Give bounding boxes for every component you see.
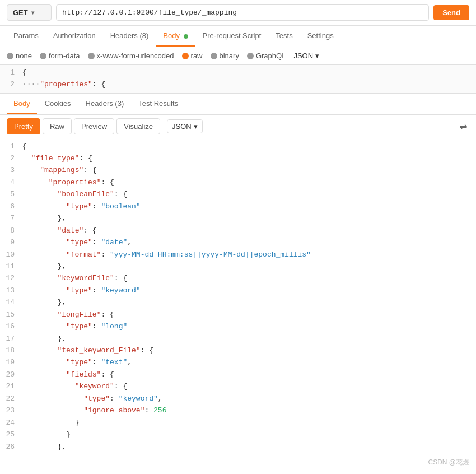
json-content: "properties": { bbox=[20, 176, 476, 188]
option-binary-label: binary bbox=[220, 52, 239, 60]
json-content: "ignore_above": 256 bbox=[20, 405, 476, 416]
resp-tab-body[interactable]: Body bbox=[7, 94, 37, 114]
json-content: "format": "yyy-MM-dd HH:mm:ss||yyyy-MM-d… bbox=[20, 249, 476, 261]
option-form-data[interactable]: form-data bbox=[40, 52, 80, 60]
json-linenum: 8 bbox=[0, 225, 20, 236]
json-linenum: 12 bbox=[0, 272, 20, 284]
json-content: "longFile": { bbox=[20, 309, 476, 320]
json-line: 21 "keyword": { bbox=[0, 380, 476, 392]
json-content: "keyword": { bbox=[20, 380, 476, 392]
json-linenum: 5 bbox=[0, 188, 20, 200]
json-content: }, bbox=[20, 261, 476, 272]
resp-tab-test-results[interactable]: Test Results bbox=[132, 94, 185, 114]
method-select[interactable]: GET ▾ bbox=[7, 4, 52, 21]
send-button[interactable]: Send bbox=[433, 5, 469, 20]
option-urlencoded[interactable]: x-www-form-urlencoded bbox=[88, 52, 174, 60]
json-content: "type": "date", bbox=[20, 236, 476, 248]
resp-tab-cookies[interactable]: Cookies bbox=[38, 94, 78, 114]
view-tab-visualize[interactable]: Visualize bbox=[116, 118, 160, 134]
json-line: 17 }, bbox=[0, 333, 476, 345]
json-content: }, bbox=[20, 296, 476, 308]
json-linenum: 16 bbox=[0, 320, 20, 332]
url-input[interactable] bbox=[56, 4, 429, 21]
radio-none bbox=[7, 53, 13, 59]
json-content: "booleanFile": { bbox=[20, 188, 476, 200]
option-raw[interactable]: raw bbox=[182, 52, 203, 60]
json-format-selector[interactable]: JSON ▾ bbox=[293, 52, 319, 60]
json-content: "type": "keyword" bbox=[20, 285, 476, 296]
json-content: } bbox=[20, 429, 476, 440]
json-line: 15 "longFile": { bbox=[0, 309, 476, 320]
tab-body[interactable]: Body bbox=[156, 26, 194, 47]
resp-format-chevron: ▾ bbox=[194, 122, 198, 131]
json-line: 13 "type": "keyword" bbox=[0, 285, 476, 296]
radio-urlencoded bbox=[88, 53, 95, 59]
json-line: 25 } bbox=[0, 429, 476, 440]
json-line: 8 "date": { bbox=[0, 225, 476, 236]
json-line: 1{ bbox=[0, 141, 476, 152]
json-linenum: 10 bbox=[0, 249, 20, 261]
response-tabs: Body Cookies Headers (3) Test Results bbox=[0, 94, 476, 115]
resp-format-selector[interactable]: JSON ▾ bbox=[167, 119, 203, 133]
json-line: 14 }, bbox=[0, 296, 476, 308]
option-none[interactable]: none bbox=[7, 52, 32, 60]
radio-graphql bbox=[247, 53, 254, 59]
view-tab-raw[interactable]: Raw bbox=[43, 118, 72, 134]
tab-settings[interactable]: Settings bbox=[301, 26, 340, 47]
json-content: "type": "text", bbox=[20, 356, 476, 368]
json-content: }, bbox=[20, 212, 476, 224]
json-content: "test_keyword_File": { bbox=[20, 345, 476, 356]
json-linenum: 24 bbox=[0, 417, 20, 429]
wrap-icon[interactable]: ⇌ bbox=[458, 119, 469, 134]
view-tab-pretty[interactable]: Pretty bbox=[7, 118, 40, 134]
tab-tests[interactable]: Tests bbox=[269, 26, 299, 47]
request-editor: 1 { 2 ····"properties": { bbox=[0, 65, 476, 94]
option-urlencoded-label: x-www-form-urlencoded bbox=[97, 52, 174, 60]
option-none-label: none bbox=[16, 52, 32, 60]
resp-format-label: JSON bbox=[172, 122, 192, 131]
req-content-2: ····"properties": { bbox=[20, 79, 476, 91]
json-linenum: 13 bbox=[0, 285, 20, 296]
radio-raw bbox=[182, 53, 189, 59]
json-line: 19 "type": "text", bbox=[0, 356, 476, 368]
tab-authorization[interactable]: Authorization bbox=[46, 26, 102, 47]
json-linenum: 6 bbox=[0, 201, 20, 212]
watermark: CSDN @花煜 bbox=[428, 458, 469, 467]
option-graphql[interactable]: GraphQL bbox=[247, 52, 286, 60]
json-content: "mappings": { bbox=[20, 164, 476, 176]
view-tabs: Pretty Raw Preview Visualize JSON ▾ ⇌ bbox=[0, 115, 476, 138]
json-line: 23 "ignore_above": 256 bbox=[0, 405, 476, 416]
json-linenum: 22 bbox=[0, 393, 20, 405]
json-linenum: 25 bbox=[0, 429, 20, 440]
json-line: 18 "test_keyword_File": { bbox=[0, 345, 476, 356]
json-content: }, bbox=[20, 441, 476, 453]
option-graphql-label: GraphQL bbox=[256, 52, 286, 60]
json-line: 24 } bbox=[0, 417, 476, 429]
response-body[interactable]: 1{2 "file_type": {3 "mappings": {4 "prop… bbox=[0, 138, 476, 455]
tab-headers[interactable]: Headers (8) bbox=[104, 26, 156, 47]
json-content: "fields": { bbox=[20, 369, 476, 380]
json-content: "type": "long" bbox=[20, 320, 476, 332]
radio-form-data bbox=[40, 53, 46, 59]
option-raw-label: raw bbox=[191, 52, 203, 60]
json-line: 6 "type": "boolean" bbox=[0, 201, 476, 212]
option-form-data-label: form-data bbox=[49, 52, 80, 60]
resp-tab-headers[interactable]: Headers (3) bbox=[79, 94, 131, 114]
view-tab-preview[interactable]: Preview bbox=[74, 118, 114, 134]
json-linenum: 23 bbox=[0, 405, 20, 416]
json-line: 7 }, bbox=[0, 212, 476, 224]
json-line: 10 "format": "yyy-MM-dd HH:mm:ss||yyyy-M… bbox=[0, 249, 476, 261]
json-linenum: 9 bbox=[0, 236, 20, 248]
json-content: { bbox=[20, 141, 476, 152]
option-binary[interactable]: binary bbox=[211, 52, 239, 60]
body-options: none form-data x-www-form-urlencoded raw… bbox=[0, 47, 476, 65]
json-format-label: JSON bbox=[293, 52, 313, 60]
json-linenum: 17 bbox=[0, 333, 20, 345]
tab-pre-request[interactable]: Pre-request Script bbox=[196, 26, 268, 47]
json-linenum: 21 bbox=[0, 380, 20, 392]
json-linenum: 11 bbox=[0, 261, 20, 272]
json-line: 9 "type": "date", bbox=[0, 236, 476, 248]
tab-params[interactable]: Params bbox=[7, 26, 45, 47]
req-linenum-2: 2 bbox=[0, 79, 20, 91]
json-line: 16 "type": "long" bbox=[0, 320, 476, 332]
